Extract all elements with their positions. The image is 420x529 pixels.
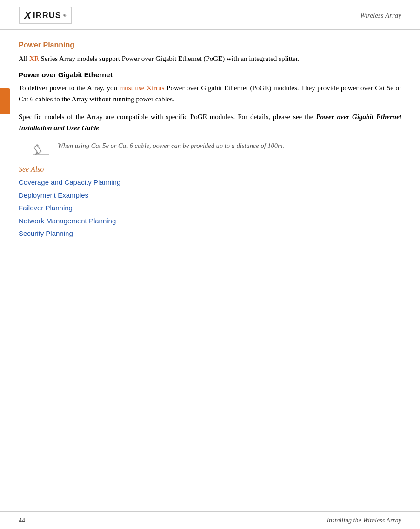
orange-side-tab (0, 88, 10, 114)
page-footer: 44 Installing the Wireless Array (0, 511, 420, 529)
xr-link[interactable]: XR (29, 55, 39, 62)
power-planning-section: Power Planning All XR Series Array model… (19, 41, 401, 64)
note-box: When using Cat 5e or Cat 6 cable, power … (33, 141, 387, 156)
poge-para2-after: . (99, 124, 101, 132)
para1-before: All (19, 55, 29, 62)
power-planning-title: Power Planning (19, 41, 401, 49)
poge-para2: Specific models of the Array are compati… (19, 111, 401, 134)
see-also-section: See Also Coverage and Capacity Planning … (19, 165, 401, 240)
note-icon (33, 142, 50, 156)
page-header: X IRRUS ® Wireless Array (0, 0, 420, 30)
logo-irrus-text: IRRUS (33, 11, 61, 20)
see-also-link-security[interactable]: Security Planning (19, 228, 401, 240)
svg-rect-1 (34, 145, 41, 154)
poge-para1-before: To deliver power to the Array, you (19, 84, 120, 92)
see-also-link-deployment[interactable]: Deployment Examples (19, 189, 401, 201)
poge-para2-before: Specific models of the Array are compati… (19, 113, 316, 121)
pencil-icon (33, 142, 50, 156)
logo-x-letter: X (24, 9, 31, 21)
page-number: 44 (19, 517, 25, 524)
see-also-links: Coverage and Capacity Planning Deploymen… (19, 176, 401, 240)
must-use-xirrus: must use Xirrus (120, 84, 165, 92)
see-also-title: See Also (19, 165, 401, 174)
poge-title: Power over Gigabit Ethernet (19, 71, 401, 79)
see-also-link-failover[interactable]: Failover Planning (19, 202, 401, 214)
footer-title: Installing the Wireless Array (327, 517, 401, 524)
poge-section: Power over Gigabit Ethernet To deliver p… (19, 71, 401, 134)
poge-para1: To deliver power to the Array, you must … (19, 82, 401, 105)
page-container: X IRRUS ® Wireless Array Power Planning … (0, 0, 420, 529)
main-content: Power Planning All XR Series Array model… (0, 30, 420, 254)
see-also-link-coverage[interactable]: Coverage and Capacity Planning (19, 176, 401, 188)
note-text: When using Cat 5e or Cat 6 cable, power … (58, 141, 284, 151)
header-title: Wireless Array (360, 12, 401, 20)
para1-after: Series Array models support Power over G… (39, 55, 300, 62)
power-planning-para1: All XR Series Array models support Power… (19, 53, 401, 64)
see-also-link-network[interactable]: Network Management Planning (19, 215, 401, 227)
logo-area: X IRRUS ® (19, 7, 72, 24)
logo-registered: ® (63, 13, 67, 18)
logo-box: X IRRUS ® (19, 7, 72, 24)
